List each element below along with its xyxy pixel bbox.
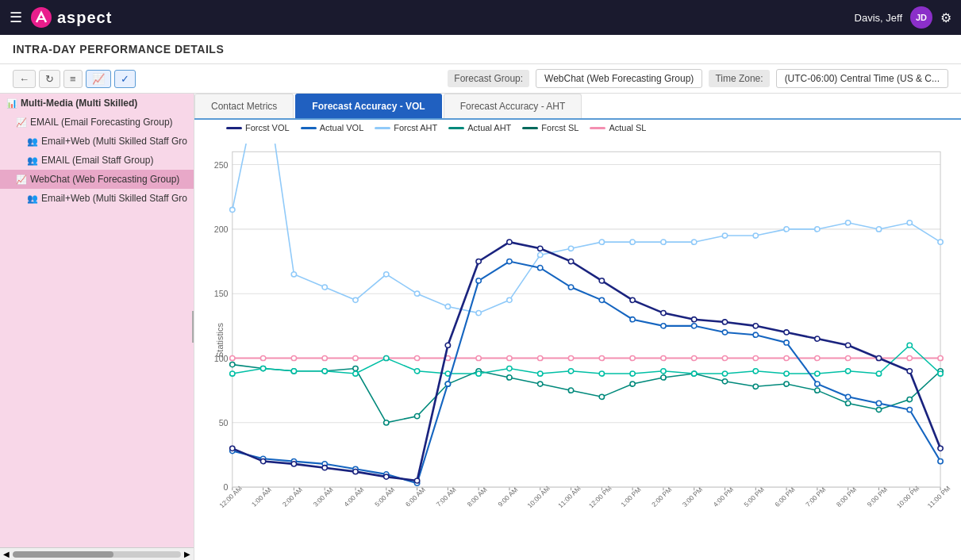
svg-text:9:00 PM: 9:00 PM xyxy=(866,485,890,508)
svg-point-124 xyxy=(661,375,666,380)
legend-item-forcst-aht: Forcst AHT xyxy=(375,123,437,132)
svg-point-191 xyxy=(507,240,512,244)
content-area: Contact MetricsForecast Accuracy - VOLFo… xyxy=(194,94,961,560)
svg-point-101 xyxy=(692,355,697,360)
svg-point-192 xyxy=(538,246,543,251)
svg-point-174 xyxy=(722,330,727,335)
svg-text:10:00 PM: 10:00 PM xyxy=(895,485,921,510)
scroll-right-icon[interactable]: ▶ xyxy=(184,550,190,558)
svg-point-68 xyxy=(414,291,419,296)
tab-contact-metrics[interactable]: Contact Metrics xyxy=(194,94,294,118)
sidebar-item-emailweb-staff[interactable]: 👥Email+Web (Multi Skilled Staff Gro xyxy=(0,189,194,208)
svg-text:2:00 PM: 2:00 PM xyxy=(650,485,674,508)
svg-point-64 xyxy=(291,272,296,277)
svg-text:0: 0 xyxy=(224,483,229,492)
sidebar-item-email-web[interactable]: 👥Email+Web (Multi Skilled Staff Gro xyxy=(0,132,194,151)
svg-point-182 xyxy=(230,446,235,451)
svg-text:7:00 PM: 7:00 PM xyxy=(804,485,828,508)
sidebar-item-email-staff[interactable]: 👥EMAIL (Email Staff Group) xyxy=(0,151,194,170)
svg-point-156 xyxy=(907,343,912,347)
svg-point-172 xyxy=(661,324,666,328)
sidebar-item-multi-media[interactable]: 📊Multi-Media (Multi Skilled) xyxy=(0,94,194,113)
svg-point-175 xyxy=(753,332,758,337)
sidebar-item-webchat-group[interactable]: 📈WebChat (Web Forecasting Group) xyxy=(0,170,194,189)
svg-point-80 xyxy=(784,227,789,232)
svg-point-114 xyxy=(353,366,358,370)
svg-point-73 xyxy=(568,246,573,251)
legend-item-actual-aht: Actual AHT xyxy=(448,123,511,132)
svg-text:11:00 PM: 11:00 PM xyxy=(925,485,951,510)
svg-point-89 xyxy=(322,355,327,360)
svg-text:4:00 AM: 4:00 AM xyxy=(342,485,365,508)
chart-view-button[interactable]: 📈 xyxy=(86,70,111,88)
svg-text:3:00 PM: 3:00 PM xyxy=(681,485,705,508)
svg-point-132 xyxy=(907,397,912,401)
svg-point-106 xyxy=(845,355,850,360)
svg-point-134 xyxy=(230,371,235,376)
legend: Forcst VOLActual VOLForcst AHTActual AHT… xyxy=(194,120,961,136)
svg-point-184 xyxy=(291,462,296,466)
sidebar-scroll-area: ◀ ▶ xyxy=(0,547,194,560)
svg-point-196 xyxy=(661,310,666,315)
svg-point-176 xyxy=(784,340,789,345)
legend-label-forcst-aht: Forcst AHT xyxy=(394,123,437,132)
svg-point-87 xyxy=(260,355,265,360)
svg-point-116 xyxy=(414,414,419,419)
legend-label-forcst-vol: Forcst VOL xyxy=(245,123,290,132)
sidebar-item-label: Email+Web (Multi Skilled Staff Gro xyxy=(41,193,187,204)
svg-point-70 xyxy=(476,310,481,315)
svg-point-177 xyxy=(815,382,820,386)
svg-point-165 xyxy=(445,382,450,386)
menu-icon[interactable]: ☰ xyxy=(10,9,22,26)
settings-icon[interactable]: ⚙ xyxy=(940,10,951,25)
logo-svg xyxy=(30,6,52,29)
svg-point-173 xyxy=(692,324,697,328)
svg-point-129 xyxy=(815,388,820,393)
svg-text:250: 250 xyxy=(214,161,229,170)
user-name: Davis, Jeff xyxy=(855,12,902,24)
svg-point-200 xyxy=(784,330,789,335)
sidebar-item-email-group[interactable]: 📈EMAIL (Email Forecasting Group) xyxy=(0,113,194,132)
svg-text:5:00 PM: 5:00 PM xyxy=(742,485,766,508)
svg-point-142 xyxy=(476,371,481,376)
svg-point-205 xyxy=(938,446,943,451)
sidebar-item-label: Email+Web (Multi Skilled Staff Gro xyxy=(41,136,187,147)
svg-point-67 xyxy=(384,272,389,277)
tab-forecast-accuracy-aht[interactable]: Forecast Accuracy - AHT xyxy=(444,94,582,118)
svg-point-122 xyxy=(599,394,604,399)
refresh-button[interactable]: ↻ xyxy=(39,70,60,88)
svg-point-126 xyxy=(722,379,727,384)
svg-point-169 xyxy=(568,285,573,290)
svg-point-0 xyxy=(31,7,52,28)
svg-point-136 xyxy=(291,369,296,374)
sidebar-item-icon: 📊 xyxy=(6,98,17,109)
back-button[interactable]: ← xyxy=(13,70,36,88)
svg-point-149 xyxy=(692,371,697,376)
table-view-button[interactable]: ≡ xyxy=(63,70,83,88)
user-avatar: JD xyxy=(910,6,932,29)
svg-point-170 xyxy=(599,297,604,302)
svg-point-155 xyxy=(876,371,881,376)
tab-forecast-accuracy-vol[interactable]: Forecast Accuracy - VOL xyxy=(295,94,441,118)
toolbar-right: Forecast Group: WebChat (Web Forecasting… xyxy=(448,69,948,88)
svg-point-185 xyxy=(322,466,327,470)
check-button[interactable]: ✓ xyxy=(114,70,136,88)
sidebar-scrollbar[interactable] xyxy=(13,551,181,558)
svg-point-104 xyxy=(784,355,789,360)
legend-color-forcst-vol xyxy=(226,127,242,129)
svg-point-65 xyxy=(322,285,327,290)
svg-point-131 xyxy=(876,407,881,412)
svg-text:3:00 AM: 3:00 AM xyxy=(311,485,334,508)
svg-point-78 xyxy=(722,233,727,238)
svg-point-75 xyxy=(630,240,635,244)
scroll-left-icon[interactable]: ◀ xyxy=(3,550,10,558)
svg-point-151 xyxy=(753,369,758,374)
svg-point-138 xyxy=(353,371,358,376)
sidebar-item-icon: 📈 xyxy=(16,117,27,128)
svg-point-94 xyxy=(476,355,481,360)
svg-point-171 xyxy=(630,317,635,322)
logo-area: aspect xyxy=(30,6,112,29)
svg-rect-61 xyxy=(233,152,940,487)
header: ☰ aspect Davis, Jeff JD ⚙ xyxy=(0,0,961,35)
svg-point-154 xyxy=(845,369,850,374)
